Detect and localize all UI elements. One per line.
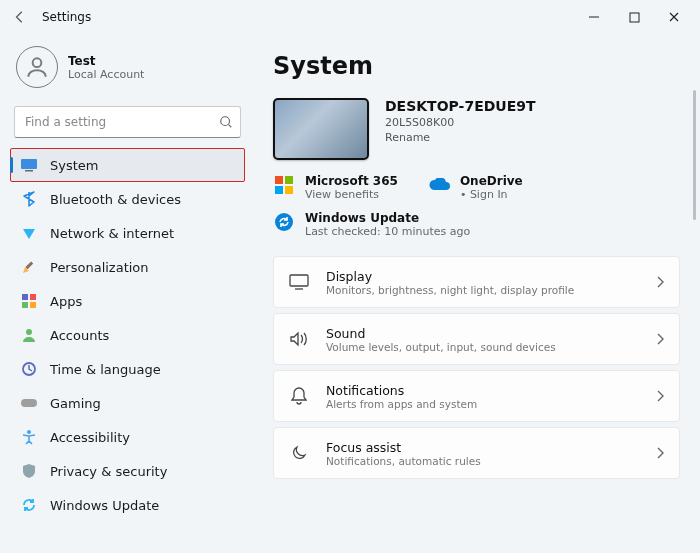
- svg-rect-5: [21, 159, 37, 169]
- svg-point-12: [26, 329, 32, 335]
- sidebar-item-bluetooth[interactable]: Bluetooth & devices: [10, 182, 245, 216]
- maximize-button[interactable]: [614, 3, 654, 31]
- sidebar-item-apps[interactable]: Apps: [10, 284, 245, 318]
- onedrive-icon: [428, 174, 450, 196]
- sidebar-item-label: System: [50, 158, 98, 173]
- svg-rect-16: [275, 176, 283, 184]
- card-title: Sound: [326, 326, 556, 341]
- sidebar-item-label: Bluetooth & devices: [50, 192, 181, 207]
- device-name: DESKTOP-7EDUE9T: [385, 98, 536, 114]
- network-icon: [20, 224, 38, 242]
- wu-title: Windows Update: [305, 211, 470, 225]
- search-icon: [219, 114, 233, 133]
- sidebar-item-label: Gaming: [50, 396, 101, 411]
- update-icon: [20, 496, 38, 514]
- onedrive-tile[interactable]: OneDrive • Sign In: [428, 174, 523, 201]
- focus-icon: [288, 442, 310, 464]
- accessibility-icon: [20, 428, 38, 446]
- sidebar-item-system[interactable]: System: [10, 148, 245, 182]
- card-sub: Alerts from apps and system: [326, 398, 477, 410]
- gaming-icon: [20, 394, 38, 412]
- avatar-icon: [16, 46, 58, 88]
- svg-rect-14: [21, 399, 37, 407]
- card-title: Display: [326, 269, 574, 284]
- svg-rect-17: [285, 176, 293, 184]
- sidebar-item-time[interactable]: Time & language: [10, 352, 245, 386]
- sidebar-item-label: Network & internet: [50, 226, 174, 241]
- svg-rect-10: [22, 302, 28, 308]
- search-input[interactable]: [14, 106, 241, 138]
- sidebar-item-update[interactable]: Windows Update: [10, 488, 245, 522]
- device-thumbnail: [273, 98, 369, 160]
- onedrive-sub: • Sign In: [460, 188, 523, 201]
- sidebar-item-gaming[interactable]: Gaming: [10, 386, 245, 420]
- minimize-button[interactable]: [574, 3, 614, 31]
- wu-sub: Last checked: 10 minutes ago: [305, 225, 470, 238]
- sidebar: Test Local Account System Bluetooth & de…: [0, 34, 255, 553]
- svg-rect-1: [630, 13, 639, 22]
- user-subtitle: Local Account: [68, 68, 144, 81]
- sound-icon: [288, 328, 310, 350]
- svg-rect-18: [275, 186, 283, 194]
- display-icon: [288, 271, 310, 293]
- window-title: Settings: [42, 10, 91, 24]
- rename-link[interactable]: Rename: [385, 131, 536, 144]
- svg-rect-8: [22, 294, 28, 300]
- m365-sub: View benefits: [305, 188, 398, 201]
- search-box[interactable]: [14, 106, 241, 138]
- sidebar-item-accessibility[interactable]: Accessibility: [10, 420, 245, 454]
- sidebar-item-label: Apps: [50, 294, 82, 309]
- svg-rect-6: [25, 170, 33, 172]
- user-name: Test: [68, 54, 144, 68]
- microsoft365-tile[interactable]: Microsoft 365 View benefits: [273, 174, 398, 201]
- card-sub: Notifications, automatic rules: [326, 455, 481, 467]
- title-bar: Settings: [0, 0, 700, 34]
- sidebar-item-label: Accounts: [50, 328, 109, 343]
- card-title: Focus assist: [326, 440, 481, 455]
- privacy-icon: [20, 462, 38, 480]
- scrollbar[interactable]: [693, 90, 696, 220]
- windows-update-icon: [273, 211, 295, 233]
- main-content: System DESKTOP-7EDUE9T 20L5S08K00 Rename…: [255, 34, 700, 553]
- nav-list: System Bluetooth & devices Network & int…: [10, 148, 245, 522]
- apps-icon: [20, 292, 38, 310]
- card-notifications[interactable]: Notifications Alerts from apps and syste…: [273, 370, 680, 422]
- time-icon: [20, 360, 38, 378]
- onedrive-title: OneDrive: [460, 174, 523, 188]
- close-button[interactable]: [654, 3, 694, 31]
- sidebar-item-label: Personalization: [50, 260, 149, 275]
- user-profile[interactable]: Test Local Account: [10, 40, 245, 102]
- back-button[interactable]: [6, 3, 34, 31]
- system-icon: [20, 156, 38, 174]
- bluetooth-icon: [20, 190, 38, 208]
- card-display[interactable]: Display Monitors, brightness, night ligh…: [273, 256, 680, 308]
- sidebar-item-label: Privacy & security: [50, 464, 167, 479]
- svg-point-15: [27, 430, 31, 434]
- svg-line-4: [229, 125, 232, 128]
- sidebar-item-personalization[interactable]: Personalization: [10, 250, 245, 284]
- sidebar-item-label: Accessibility: [50, 430, 130, 445]
- svg-rect-21: [290, 275, 308, 286]
- svg-rect-9: [30, 294, 36, 300]
- chevron-right-icon: [655, 273, 665, 292]
- sidebar-item-accounts[interactable]: Accounts: [10, 318, 245, 352]
- sidebar-item-label: Time & language: [50, 362, 161, 377]
- svg-point-20: [275, 213, 293, 231]
- card-sound[interactable]: Sound Volume levels, output, input, soun…: [273, 313, 680, 365]
- m365-title: Microsoft 365: [305, 174, 398, 188]
- sidebar-item-network[interactable]: Network & internet: [10, 216, 245, 250]
- svg-rect-7: [25, 261, 33, 269]
- page-title: System: [273, 52, 680, 80]
- chevron-right-icon: [655, 444, 665, 463]
- personalization-icon: [20, 258, 38, 276]
- sidebar-item-privacy[interactable]: Privacy & security: [10, 454, 245, 488]
- windows-update-tile[interactable]: Windows Update Last checked: 10 minutes …: [273, 211, 680, 238]
- card-sub: Monitors, brightness, night light, displ…: [326, 284, 574, 296]
- chevron-right-icon: [655, 330, 665, 349]
- svg-rect-19: [285, 186, 293, 194]
- card-focus[interactable]: Focus assist Notifications, automatic ru…: [273, 427, 680, 479]
- accounts-icon: [20, 326, 38, 344]
- chevron-right-icon: [655, 387, 665, 406]
- svg-rect-11: [30, 302, 36, 308]
- microsoft365-icon: [273, 174, 295, 196]
